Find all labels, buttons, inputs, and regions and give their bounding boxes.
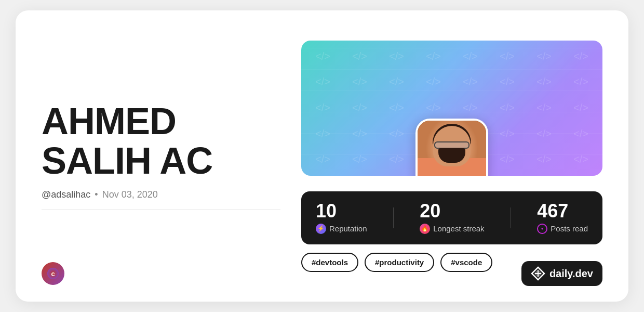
stat-divider-1 <box>393 207 394 228</box>
pattern-icon: </> <box>527 96 561 120</box>
pattern-icon: </> <box>416 70 451 94</box>
pattern-icon: </> <box>527 45 561 69</box>
stat-posts: 467 ● Posts read <box>537 202 588 234</box>
bottom-row: c daily.dev <box>42 261 602 286</box>
pattern-icon: </> <box>564 45 598 69</box>
pattern-icon: </> <box>342 45 377 69</box>
stat-reputation: 10 ⚡ Reputation <box>316 202 367 234</box>
pattern-icon: </> <box>342 70 377 94</box>
pattern-icon: </> <box>527 148 561 172</box>
dailydev-diamond-icon <box>531 266 545 281</box>
pattern-icon: </> <box>564 148 598 172</box>
reputation-icon: ⚡ <box>316 224 326 234</box>
pattern-icon: </> <box>342 148 377 172</box>
stats-bar: 10 ⚡ Reputation 20 🔥 Longest streak 467 … <box>301 191 602 244</box>
avatar-beard <box>438 148 465 163</box>
avatar-glasses <box>434 141 469 149</box>
left-section: AHMED SALIH AC @adsalihac • Nov 03, 2020 <box>42 102 301 210</box>
dailydev-logo: daily.dev <box>521 261 602 286</box>
right-section: </> </> </> </> </> </> </> </> </> </> … <box>301 41 602 272</box>
pattern-icon: </> <box>564 122 598 146</box>
avatar <box>415 119 488 176</box>
user-handle: @adsalihac <box>42 189 90 200</box>
reputation-label: ⚡ Reputation <box>316 224 367 234</box>
pattern-icon: </> <box>305 96 340 120</box>
profile-card: AHMED SALIH AC @adsalihac • Nov 03, 2020… <box>16 10 628 302</box>
pattern-icon: </> <box>490 96 525 120</box>
dailydev-text: daily.dev <box>549 268 593 280</box>
avatar-image <box>418 121 486 176</box>
stat-divider-2 <box>511 207 511 228</box>
pattern-icon: </> <box>379 96 414 120</box>
posts-icon: ● <box>537 224 547 234</box>
stat-streak: 20 🔥 Longest streak <box>420 202 484 234</box>
separator-line <box>42 210 280 210</box>
codementor-icon: c <box>42 262 64 285</box>
pattern-icon: </> <box>490 122 525 146</box>
pattern-icon: </> <box>305 148 340 172</box>
pattern-icon: </> <box>564 96 598 120</box>
pattern-icon: </> <box>490 45 525 69</box>
pattern-icon: </> <box>305 122 340 146</box>
pattern-icon: </> <box>453 45 488 69</box>
pattern-icon: </> <box>490 148 525 172</box>
pattern-icon: </> <box>490 70 525 94</box>
pattern-icon: </> <box>453 96 488 120</box>
meta-separator: • <box>95 189 98 200</box>
pattern-icon: </> <box>564 70 598 94</box>
pattern-icon: </> <box>305 45 340 69</box>
pattern-icon: </> <box>379 148 414 172</box>
pattern-icon: </> <box>305 70 340 94</box>
pattern-icon: </> <box>453 70 488 94</box>
reputation-value: 10 <box>316 202 367 220</box>
user-meta: @adsalihac • Nov 03, 2020 <box>42 189 280 200</box>
pattern-icon: </> <box>527 70 561 94</box>
streak-icon: 🔥 <box>420 224 430 234</box>
pattern-icon: </> <box>416 45 451 69</box>
hero-banner: </> </> </> </> </> </> </> </> </> </> … <box>301 41 602 176</box>
pattern-icon: </> <box>342 122 377 146</box>
pattern-icon: </> <box>379 70 414 94</box>
svg-text:c: c <box>51 270 55 278</box>
pattern-icon: </> <box>416 96 451 120</box>
pattern-icon: </> <box>527 122 561 146</box>
pattern-icon: </> <box>379 45 414 69</box>
posts-label: ● Posts read <box>537 224 588 234</box>
join-date: Nov 03, 2020 <box>102 189 158 200</box>
pattern-icon: </> <box>342 96 377 120</box>
streak-value: 20 <box>420 202 484 220</box>
pattern-icon: </> <box>379 122 414 146</box>
avatar-head <box>433 126 471 166</box>
posts-value: 467 <box>537 202 588 220</box>
streak-label: 🔥 Longest streak <box>420 224 484 234</box>
user-name: AHMED SALIH AC <box>42 102 280 180</box>
